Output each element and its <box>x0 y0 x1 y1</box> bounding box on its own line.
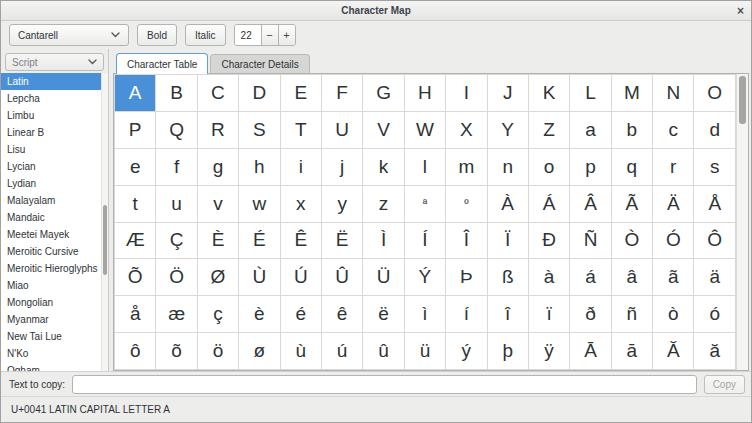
character-cell[interactable]: Ø <box>197 259 238 296</box>
grid-scrollbar[interactable] <box>736 74 748 370</box>
script-list-item[interactable]: Lydian <box>1 175 108 192</box>
sidebar-scrollbar-thumb[interactable] <box>103 205 107 275</box>
character-cell[interactable]: l <box>404 148 445 185</box>
character-cell[interactable]: Ô <box>694 222 736 259</box>
character-cell[interactable]: ô <box>115 333 156 370</box>
character-cell[interactable]: ÿ <box>528 333 569 370</box>
character-cell[interactable]: Ç <box>156 222 197 259</box>
character-cell[interactable]: Ã <box>611 185 652 222</box>
character-cell[interactable]: B <box>156 75 197 112</box>
character-cell[interactable]: I <box>446 75 487 112</box>
script-list-item[interactable]: Meroitic Cursive <box>1 243 108 260</box>
character-cell[interactable]: ò <box>653 296 694 333</box>
character-cell[interactable]: î <box>487 296 528 333</box>
character-cell[interactable]: é <box>280 296 321 333</box>
character-cell[interactable]: D <box>239 75 280 112</box>
script-list-item[interactable]: Ogham <box>1 362 108 371</box>
character-cell[interactable]: Ó <box>653 222 694 259</box>
character-cell[interactable]: Ä <box>653 185 694 222</box>
character-cell[interactable]: a <box>570 111 611 148</box>
tab-character-details[interactable]: Character Details <box>210 54 309 73</box>
character-cell[interactable]: Ü <box>363 259 404 296</box>
character-cell[interactable]: Ë <box>321 222 362 259</box>
script-dropdown[interactable]: Script <box>5 53 104 71</box>
character-cell[interactable]: Q <box>156 111 197 148</box>
character-cell[interactable]: ó <box>694 296 736 333</box>
tab-character-table[interactable]: Character Table <box>116 53 208 74</box>
character-cell[interactable]: A <box>115 75 156 112</box>
script-list-item[interactable]: New Tai Lue <box>1 328 108 345</box>
character-cell[interactable]: p <box>570 148 611 185</box>
character-cell[interactable]: ñ <box>611 296 652 333</box>
character-cell[interactable]: C <box>197 75 238 112</box>
character-cell[interactable]: Æ <box>115 222 156 259</box>
bold-button[interactable]: Bold <box>137 24 177 46</box>
character-cell[interactable]: ø <box>239 333 280 370</box>
character-cell[interactable]: Z <box>528 111 569 148</box>
italic-button[interactable]: Italic <box>185 24 226 46</box>
character-cell[interactable]: E <box>280 75 321 112</box>
character-cell[interactable]: V <box>363 111 404 148</box>
script-list-item[interactable]: Latin <box>1 73 108 90</box>
character-cell[interactable]: Õ <box>115 259 156 296</box>
script-list-item[interactable]: Mongolian <box>1 294 108 311</box>
character-cell[interactable]: è <box>239 296 280 333</box>
character-cell[interactable]: g <box>197 148 238 185</box>
character-cell[interactable]: z <box>363 185 404 222</box>
character-cell[interactable]: º <box>446 185 487 222</box>
character-cell[interactable]: q <box>611 148 652 185</box>
character-cell[interactable]: Í <box>404 222 445 259</box>
character-cell[interactable]: h <box>239 148 280 185</box>
character-cell[interactable]: í <box>446 296 487 333</box>
character-cell[interactable]: O <box>694 75 736 112</box>
font-size-value[interactable]: 22 <box>235 25 261 45</box>
character-cell[interactable]: ê <box>321 296 362 333</box>
character-cell[interactable]: Ò <box>611 222 652 259</box>
character-cell[interactable]: ç <box>197 296 238 333</box>
character-cell[interactable]: v <box>197 185 238 222</box>
script-list-item[interactable]: Myanmar <box>1 311 108 328</box>
character-cell[interactable]: Ñ <box>570 222 611 259</box>
character-cell[interactable]: ý <box>446 333 487 370</box>
character-cell[interactable]: É <box>239 222 280 259</box>
character-cell[interactable]: Á <box>528 185 569 222</box>
close-icon[interactable]: × <box>737 1 744 20</box>
character-cell[interactable]: ü <box>404 333 445 370</box>
copy-button[interactable]: Copy <box>704 375 745 394</box>
character-cell[interactable]: x <box>280 185 321 222</box>
character-cell[interactable]: ª <box>404 185 445 222</box>
character-cell[interactable]: Ā <box>570 333 611 370</box>
character-cell[interactable]: R <box>197 111 238 148</box>
character-cell[interactable]: u <box>156 185 197 222</box>
font-family-dropdown[interactable]: Cantarell <box>9 24 129 46</box>
character-cell[interactable]: Ì <box>363 222 404 259</box>
character-cell[interactable]: Ö <box>156 259 197 296</box>
character-cell[interactable]: Â <box>570 185 611 222</box>
character-cell[interactable]: t <box>115 185 156 222</box>
character-cell[interactable]: È <box>197 222 238 259</box>
character-cell[interactable]: Y <box>487 111 528 148</box>
script-list-item[interactable]: Lisu <box>1 141 108 158</box>
character-cell[interactable]: ā <box>611 333 652 370</box>
character-cell[interactable]: c <box>653 111 694 148</box>
character-cell[interactable]: f <box>156 148 197 185</box>
character-cell[interactable]: Å <box>694 185 736 222</box>
character-cell[interactable]: ä <box>694 259 736 296</box>
character-cell[interactable]: S <box>239 111 280 148</box>
script-list-item[interactable]: Meroitic Hieroglyphs <box>1 260 108 277</box>
character-cell[interactable]: M <box>611 75 652 112</box>
script-list-item[interactable]: Lepcha <box>1 90 108 107</box>
script-list-item[interactable]: Limbu <box>1 107 108 124</box>
character-cell[interactable]: Ă <box>653 333 694 370</box>
character-cell[interactable]: á <box>570 259 611 296</box>
character-cell[interactable]: ë <box>363 296 404 333</box>
character-cell[interactable]: Ð <box>528 222 569 259</box>
character-cell[interactable]: ï <box>528 296 569 333</box>
script-list-item[interactable]: Mandaic <box>1 209 108 226</box>
character-cell[interactable]: Î <box>446 222 487 259</box>
character-cell[interactable]: m <box>446 148 487 185</box>
minus-icon[interactable]: − <box>261 25 278 45</box>
plus-icon[interactable]: + <box>278 25 295 45</box>
character-cell[interactable]: n <box>487 148 528 185</box>
character-cell[interactable]: æ <box>156 296 197 333</box>
